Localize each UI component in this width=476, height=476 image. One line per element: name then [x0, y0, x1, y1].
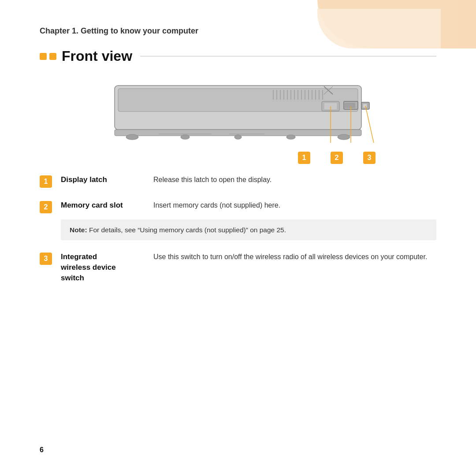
item-row: 3 Integrated wireless device switch Use …: [40, 245, 436, 289]
item-badge-3: 3: [40, 253, 52, 265]
item-name-3: Integrated wireless device switch: [61, 252, 153, 283]
callout-1: 1: [298, 152, 310, 164]
item-desc-2: Insert memory cards (not supplied) here.: [153, 200, 280, 211]
svg-rect-22: [363, 104, 367, 108]
item-name-3-line1: Integrated: [61, 253, 97, 261]
svg-line-33: [365, 106, 374, 143]
item-row: 2 Memory card slot Insert memory cards (…: [40, 194, 436, 219]
section-dots: [40, 53, 56, 60]
laptop-illustration: 1 2 3: [40, 78, 436, 164]
page-number: 6: [40, 446, 44, 454]
item-desc-1: Release this latch to open the display.: [153, 175, 271, 185]
note-body: For details, see “Using memory cards (no…: [87, 226, 286, 234]
svg-rect-20: [345, 103, 355, 108]
section-title: Front view: [62, 48, 132, 64]
svg-point-25: [181, 135, 190, 139]
section-title-row: Front view: [40, 48, 436, 64]
note-text: Note: For details, see “Using memory car…: [70, 226, 286, 234]
svg-point-26: [234, 135, 242, 139]
laptop-svg-container: 1 2 3: [88, 78, 388, 164]
svg-point-27: [286, 135, 295, 139]
title-line: [140, 56, 436, 56]
item-badge-2: 2: [40, 201, 52, 213]
callout-row: 1 2 3: [88, 152, 388, 164]
item-name-3-line3: switch: [61, 274, 84, 282]
note-box: Note: For details, see “Using memory car…: [61, 219, 436, 240]
svg-point-28: [338, 134, 350, 140]
callout-2: 2: [331, 152, 343, 164]
item-name-1: Display latch: [61, 175, 153, 185]
item-badge-1: 1: [40, 175, 52, 188]
section-dot-1: [40, 53, 47, 60]
item-name-2: Memory card slot: [61, 200, 153, 211]
section-dot-2: [49, 53, 56, 60]
items-list: 1 Display latch Release this latch to op…: [40, 168, 436, 290]
item-row: 1 Display latch Release this latch to op…: [40, 168, 436, 194]
chapter-heading: Chapter 1. Getting to know your computer: [40, 26, 436, 36]
item-name-3-line2: wireless device: [61, 263, 116, 271]
svg-point-24: [126, 134, 138, 140]
callout-3: 3: [363, 152, 376, 164]
item-desc-3: Use this switch to turn on/off the wirel…: [153, 252, 427, 262]
laptop-svg: [88, 78, 388, 148]
page-content: Chapter 1. Getting to know your computer…: [0, 0, 476, 316]
note-label: Note:: [70, 226, 87, 234]
